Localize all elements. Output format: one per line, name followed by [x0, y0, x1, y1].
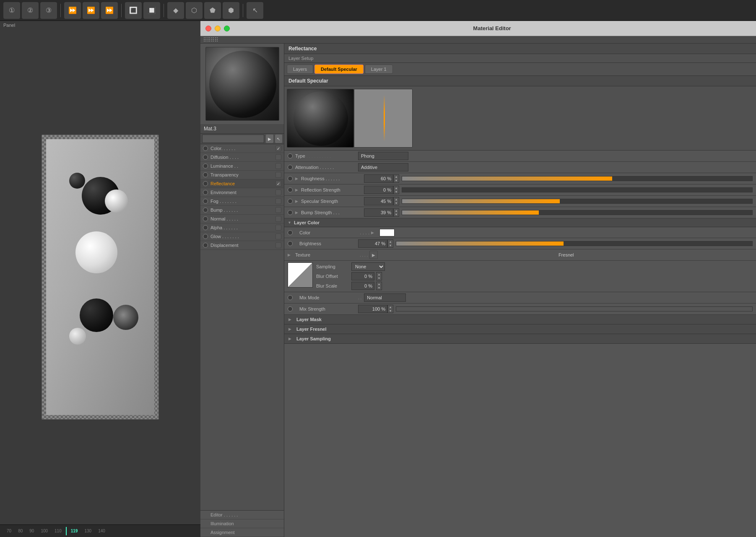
specular-stepper-down[interactable]: ▼ [394, 201, 399, 205]
brightness-input[interactable]: 47 % [358, 239, 387, 248]
bump-stepper[interactable]: ▲ ▼ [393, 208, 399, 217]
brightness-radio[interactable] [288, 241, 293, 246]
color-expand-arrow[interactable]: ▶ [371, 231, 375, 235]
reflection-arrow[interactable]: ▶ [295, 188, 299, 192]
channel-radio-environment[interactable] [203, 190, 208, 195]
bump-stepper-up[interactable]: ▲ [394, 209, 399, 213]
channel-radio-bump[interactable] [203, 208, 208, 213]
channel-item-normal[interactable]: Normal . . . . . [200, 215, 284, 223]
channel-item-color[interactable]: Color. . . . . . ✓ [200, 144, 284, 153]
specular-input[interactable]: 45 % [364, 197, 393, 205]
blur-scale-input[interactable]: 0 % [351, 282, 374, 290]
mix-strength-stepper-up[interactable]: ▲ [388, 305, 393, 309]
color-swatch[interactable] [379, 229, 395, 236]
channel-radio-diffusion[interactable] [203, 155, 208, 160]
mix-mode-value[interactable]: Normal [364, 293, 406, 302]
channel-item-reflectance[interactable]: Reflectance ✓ [200, 179, 284, 188]
blur-offset-stepper-up[interactable]: ▲ [377, 272, 382, 276]
mix-strength-radio[interactable] [288, 306, 293, 311]
channel-check-displacement[interactable] [275, 242, 281, 248]
reflection-stepper-down[interactable]: ▼ [394, 190, 399, 194]
toolbar-icon-poly1[interactable]: ◆ [167, 2, 184, 19]
channel-item-luminance[interactable]: Luminance . . [200, 162, 284, 171]
specular-stepper[interactable]: ▲ ▼ [393, 197, 399, 205]
blur-offset-stepper-down[interactable]: ▼ [377, 276, 382, 280]
mix-strength-stepper[interactable]: ▲ ▼ [387, 305, 393, 313]
channel-check-luminance[interactable] [275, 163, 281, 169]
channel-radio-normal[interactable] [203, 216, 208, 221]
tab-default-specular[interactable]: Default Specular [314, 65, 364, 74]
toolbar-icon-poly2[interactable]: ⬡ [186, 2, 203, 19]
blur-scale-stepper[interactable]: ▲ ▼ [376, 282, 382, 290]
roughness-stepper[interactable]: ▲ ▼ [393, 174, 399, 183]
channel-item-alpha[interactable]: Alpha . . . . . . [200, 223, 284, 232]
type-value[interactable]: Phong [358, 152, 408, 160]
specular-arrow[interactable]: ▶ [295, 199, 299, 203]
channel-check-bump[interactable] [275, 207, 281, 213]
layer-fresnel-bar[interactable]: ▶ Layer Fresnel [284, 324, 756, 334]
channel-item-displacement[interactable]: Displacement [200, 241, 284, 250]
roughness-input[interactable]: 60 % [364, 174, 393, 183]
color-radio[interactable] [288, 230, 293, 235]
blur-scale-stepper-down[interactable]: ▼ [377, 286, 382, 290]
type-radio[interactable] [288, 153, 293, 158]
reflection-radio[interactable] [288, 187, 293, 192]
layer-color-header[interactable]: ▼ Layer Color [284, 218, 756, 227]
extra-item-illumination[interactable]: Illumination [200, 519, 284, 528]
bump-radio[interactable] [288, 210, 293, 215]
toolbar-icon-play1[interactable]: ⏩ [64, 2, 81, 19]
channel-check-transparency[interactable] [275, 172, 281, 178]
reflection-slider[interactable] [402, 187, 753, 192]
channel-radio-color[interactable] [203, 146, 208, 151]
toolbar-icon-poly3[interactable]: ⬟ [204, 2, 221, 19]
mat-nav-arrow-btn[interactable]: ▶ [266, 135, 273, 143]
channel-radio-reflectance[interactable] [203, 181, 208, 186]
tab-layers[interactable]: Layers [287, 65, 313, 74]
blur-offset-input[interactable]: 0 % [351, 272, 374, 280]
attenuation-value[interactable]: Additive [358, 163, 408, 171]
brightness-stepper-down[interactable]: ▼ [388, 244, 393, 247]
roughness-radio[interactable] [288, 176, 293, 181]
minimize-button[interactable] [215, 26, 221, 31]
channel-radio-displacement[interactable] [203, 243, 208, 248]
reflection-stepper-up[interactable]: ▲ [394, 186, 399, 190]
bump-input[interactable]: 39 % [364, 208, 393, 217]
channel-check-diffusion[interactable] [275, 154, 281, 160]
tab-layer1[interactable]: Layer 1 [365, 65, 393, 74]
channel-radio-alpha[interactable] [203, 225, 208, 230]
channel-check-normal[interactable] [275, 216, 281, 222]
channel-item-transparency[interactable]: Transparency [200, 171, 284, 179]
channel-check-alpha[interactable] [275, 225, 281, 231]
toolbar-icon-shape2[interactable]: 🔲 [143, 2, 160, 19]
channel-item-glow[interactable]: Glow . . . . . . . [200, 232, 284, 241]
toolbar-icon-play3[interactable]: ⏩ [101, 2, 118, 19]
specular-slider[interactable] [402, 199, 753, 204]
brightness-stepper-up[interactable]: ▲ [388, 240, 393, 244]
channel-item-fog[interactable]: Fog . . . . . . . [200, 197, 284, 206]
channel-radio-luminance[interactable] [203, 163, 208, 169]
bump-stepper-down[interactable]: ▼ [394, 213, 399, 216]
brightness-stepper[interactable]: ▲ ▼ [387, 239, 393, 248]
mix-strength-input[interactable]: 100 % [358, 305, 387, 313]
close-button[interactable] [205, 26, 211, 31]
channel-radio-transparency[interactable] [203, 172, 208, 177]
specular-stepper-up[interactable]: ▲ [394, 197, 399, 201]
mix-mode-radio[interactable] [288, 295, 293, 300]
mix-strength-slider[interactable] [396, 306, 753, 311]
channel-check-color[interactable]: ✓ [275, 145, 281, 151]
channel-check-glow[interactable] [275, 233, 281, 239]
brightness-slider[interactable] [396, 241, 753, 246]
roughness-stepper-up[interactable]: ▲ [394, 175, 399, 179]
toolbar-icon-play2[interactable]: ⏩ [83, 2, 99, 19]
blur-offset-stepper[interactable]: ▲ ▼ [376, 272, 382, 280]
mat-search-input[interactable] [202, 135, 264, 143]
toolbar-icon-1[interactable]: ① [3, 2, 20, 19]
toolbar-icon-poly4[interactable]: ⬢ [223, 2, 239, 19]
roughness-arrow[interactable]: ▶ [295, 176, 299, 181]
layer-mask-bar[interactable]: ▶ Layer Mask [284, 315, 756, 324]
channel-item-bump[interactable]: Bump . . . . . . [200, 206, 284, 215]
texture-toggle-btn[interactable]: ▶ [369, 251, 378, 259]
channel-item-environment[interactable]: Environment [200, 188, 284, 197]
roughness-stepper-down[interactable]: ▼ [394, 179, 399, 182]
channel-radio-fog[interactable] [203, 199, 208, 204]
